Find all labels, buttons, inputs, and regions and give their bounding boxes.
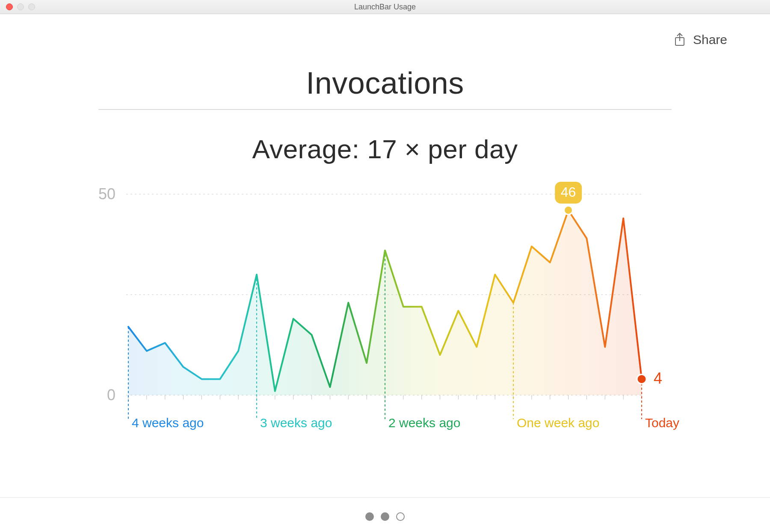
x-tick-label: 2 weeks ago xyxy=(388,395,460,430)
window-close-button[interactable] xyxy=(6,3,13,10)
share-button[interactable]: Share xyxy=(674,33,727,47)
chart-canvas xyxy=(128,194,642,395)
y-tick-label: 0 xyxy=(107,386,128,404)
page-dots xyxy=(0,512,770,521)
window-title: LaunchBar Usage xyxy=(354,3,416,12)
bottom-divider xyxy=(0,497,770,498)
share-label: Share xyxy=(693,33,727,47)
invocations-line-chart: 4640504 weeks ago3 weeks ago2 weeks agoO… xyxy=(128,194,642,395)
average-subtitle: Average: 17 × per day xyxy=(0,134,770,164)
y-tick-label: 50 xyxy=(98,185,128,203)
svg-point-40 xyxy=(637,374,646,384)
window-minimize-button[interactable] xyxy=(17,3,24,10)
svg-point-39 xyxy=(564,206,573,215)
max-value-callout: 46 xyxy=(555,182,582,204)
x-tick-label: Today xyxy=(645,395,679,430)
today-value-label: 4 xyxy=(654,369,662,387)
page-dot-2[interactable] xyxy=(381,512,389,521)
window-zoom-button[interactable] xyxy=(28,3,35,10)
x-tick-label: 3 weeks ago xyxy=(260,395,332,430)
x-tick-label: One week ago xyxy=(517,395,599,430)
title-divider xyxy=(98,109,672,110)
x-tick-label: 4 weeks ago xyxy=(132,395,204,430)
traffic-lights xyxy=(6,3,35,10)
window-titlebar: LaunchBar Usage xyxy=(0,0,770,14)
page-dot-3[interactable] xyxy=(396,512,405,521)
share-icon xyxy=(674,33,685,47)
page-dot-1[interactable] xyxy=(365,512,374,521)
page-title: Invocations xyxy=(0,65,770,100)
